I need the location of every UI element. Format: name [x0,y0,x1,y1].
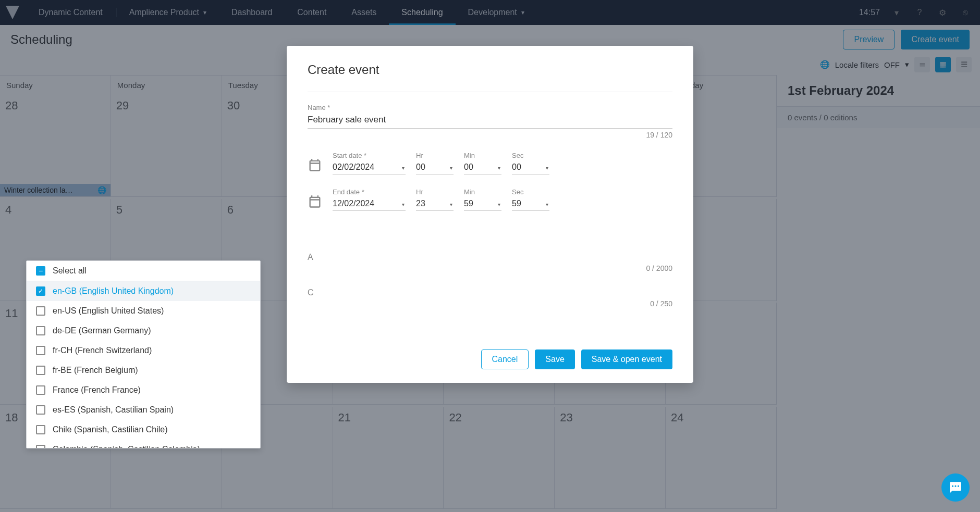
locale-option[interactable]: en-US (English United States) [27,301,260,321]
checkbox-icon [36,346,45,355]
end-sec-select[interactable] [512,197,549,211]
start-date-input[interactable] [333,160,406,174]
start-date-label: Start date * [333,152,406,159]
checkbox-icon [36,326,45,335]
comment-char-count: 0 / 250 [650,299,672,308]
comment-field[interactable]: C [308,288,314,297]
start-min-select[interactable] [464,160,501,174]
select-all-option[interactable]: − Select all [27,261,260,281]
brief-field[interactable]: A [308,253,313,261]
name-char-count: 19 / 120 [646,131,672,139]
checkbox-icon [36,425,45,434]
locale-option[interactable]: de-DE (German Germany) [27,321,260,341]
calendar-icon [308,158,322,172]
locale-option[interactable]: Colombia (Spanish, Castilian Colombia) [27,440,260,448]
brief-char-count: 0 / 2000 [646,264,672,272]
name-label: Name * [308,104,672,111]
checkbox-icon [36,405,45,415]
cancel-button[interactable]: Cancel [481,349,529,369]
locale-option[interactable]: ✓en-GB (English United Kingdom) [27,281,260,301]
modal-title: Create event [308,63,672,77]
checkbox-icon [36,366,45,375]
checkbox-icon [36,306,45,316]
modal-overlay: Create event Name * 19 / 120 Start date … [0,0,980,512]
name-input[interactable] [308,111,672,129]
checkbox-icon: ✓ [36,286,45,296]
save-open-button[interactable]: Save & open event [581,349,672,369]
start-hour-select[interactable] [416,160,454,174]
save-button[interactable]: Save [535,349,574,369]
end-date-label: End date * [333,188,406,196]
locale-option[interactable]: France (French France) [27,380,260,400]
locale-option[interactable]: es-ES (Spanish, Castilian Spain) [27,400,260,420]
checkbox-icon [36,445,45,448]
create-event-modal: Create event Name * 19 / 120 Start date … [287,46,693,383]
locale-option[interactable]: fr-BE (French Belgium) [27,360,260,380]
end-date-input[interactable] [333,197,406,211]
start-sec-select[interactable] [512,160,549,174]
chat-fab[interactable] [941,473,970,502]
locale-option[interactable]: Chile (Spanish, Castilian Chile) [27,420,260,440]
locale-dropdown[interactable]: − Select all ✓en-GB (English United King… [26,260,261,448]
chat-icon [949,481,962,494]
calendar-icon [308,194,322,209]
checkbox-icon [36,385,45,395]
locale-option[interactable]: fr-CH (French Switzerland) [27,341,260,360]
end-hour-select[interactable] [416,197,454,211]
end-min-select[interactable] [464,197,501,211]
checkbox-partial-icon: − [36,266,45,276]
